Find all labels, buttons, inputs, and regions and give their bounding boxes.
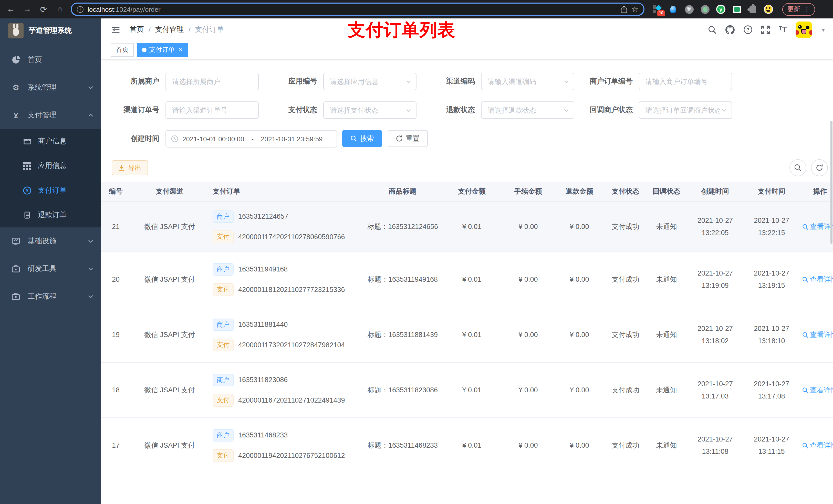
page-scrollbar[interactable] (830, 121, 832, 244)
table-row[interactable]: 17 微信 JSAPI 支付 商户1635311468233 支付4200001… (101, 418, 833, 473)
table-row[interactable]: 18 微信 JSAPI 支付 商户1635311823086 支付4200001… (101, 363, 833, 418)
sidebar-item-refund-order[interactable]: 退款订单 (0, 203, 101, 227)
address-bar[interactable]: i localhost:1024/pay/order ☆ (71, 3, 644, 16)
cell-pay-order: 商户1635311949168 支付4200001181202110277723… (206, 263, 364, 296)
refund-status-select[interactable] (481, 101, 574, 119)
search-icon[interactable] (708, 25, 717, 34)
app-logo[interactable]: 芋道管理系统 (0, 19, 101, 43)
channel-order-no-field[interactable] (165, 101, 259, 119)
user-avatar[interactable] (795, 22, 812, 38)
sidebar-item-app-info[interactable]: 应用信息 (0, 154, 101, 178)
url-text[interactable]: localhost:1024/pay/order (88, 5, 161, 13)
emoji-extension-icon[interactable] (764, 5, 773, 14)
sidebar-item-pay-order[interactable]: ¥ 支付订单 (0, 178, 101, 203)
view-detail-link[interactable]: 查看详情 (802, 275, 833, 284)
merchant-order-no-field[interactable] (639, 73, 732, 90)
fullscreen-icon[interactable] (761, 25, 770, 34)
merchant-input[interactable] (166, 73, 258, 90)
cell-fee: ¥ 0.00 (503, 223, 554, 231)
help-icon[interactable]: ? (743, 25, 753, 34)
refund-status-input[interactable] (481, 102, 574, 118)
breadcrumb-home[interactable]: 首页 (129, 25, 144, 34)
reload-icon[interactable]: ⟳ (38, 4, 49, 15)
view-detail-link[interactable]: 查看详情 (802, 222, 833, 231)
view-detail-link[interactable]: 查看详情 (802, 441, 833, 450)
table-row[interactable]: 20 微信 JSAPI 支付 商户1635311949168 支付4200001… (101, 252, 833, 307)
cell-status: 支付成功 (605, 330, 646, 339)
refresh-button[interactable] (811, 159, 828, 176)
site-info-icon[interactable]: i (77, 6, 84, 13)
cell-fee: ¥ 0.00 (503, 275, 554, 283)
cell-id: 19 (101, 331, 134, 339)
avatar-caret-icon[interactable]: ▼ (821, 27, 826, 32)
sidebar-item-pay[interactable]: ¥ 支付管理 (0, 101, 101, 129)
back-icon[interactable]: ← (5, 4, 16, 15)
sidebar-item-system[interactable]: ⚙ 系统管理 (0, 74, 101, 101)
chat-extension-icon[interactable] (732, 5, 741, 14)
callback-status-select[interactable] (639, 101, 732, 119)
github-icon[interactable] (725, 25, 735, 34)
y-extension-icon[interactable]: y (716, 5, 725, 14)
reset-button[interactable]: 重置 (388, 130, 428, 147)
pay-status-input[interactable] (324, 102, 416, 118)
table-row[interactable]: 商户1635311251726 (101, 473, 833, 504)
channel-order-no-input[interactable] (166, 102, 258, 118)
channel-order-no-label: 渠道订单号 (108, 105, 165, 115)
cell-refund: ¥ 0.00 (554, 441, 605, 449)
export-button[interactable]: 导出 (112, 160, 148, 175)
channel-code-input[interactable] (481, 73, 574, 90)
forward-icon[interactable]: → (22, 4, 33, 15)
merchant-label: 所属商户 (108, 77, 165, 86)
create-time-range-picker[interactable]: 2021-10-01 00:00:00 - 2021-10-31 23:59:5… (165, 130, 337, 147)
sidebar-item-dev-tools[interactable]: 研发工具 (0, 255, 101, 283)
pay-status-select[interactable] (323, 101, 416, 119)
share-icon[interactable] (620, 5, 627, 13)
pay-tag: 支付 (213, 449, 234, 462)
sidebar-item-merchant-info[interactable]: 商户信息 (0, 129, 101, 154)
view-detail-link[interactable]: 查看详情 (802, 385, 833, 394)
breadcrumb-section[interactable]: 支付管理 (155, 25, 184, 34)
merchant-select[interactable] (165, 73, 259, 90)
sidebar-item-workflow[interactable]: 工作流程 (0, 283, 101, 310)
browser-update-button[interactable]: 更新 ⋮ (782, 3, 815, 16)
cell-channel: 微信 JSAPI 支付 (134, 330, 206, 339)
toggle-search-button[interactable] (789, 159, 806, 176)
collapse-sidebar-icon[interactable] (111, 25, 120, 34)
extensions-area: 10 ⌘ y (653, 5, 773, 14)
sidebar-item-infra[interactable]: 基础设施 (0, 227, 101, 255)
cell-created: 2021-10-2713:17:03 (687, 378, 743, 402)
diamond-extension-icon[interactable]: 10 (653, 5, 662, 14)
tag-home[interactable]: 首页 (111, 43, 134, 57)
cell-created: 2021-10-2713:19:09 (687, 267, 743, 292)
table-row[interactable]: 21 微信 JSAPI 支付 商户1635312124657 支付4200001… (101, 202, 833, 252)
filter-row-3: 创建时间 2021-10-01 00:00:00 - 2021-10-31 23… (108, 130, 833, 147)
channel-code-select[interactable] (481, 73, 574, 90)
search-button[interactable]: 搜索 (342, 130, 382, 147)
tag-pay-order[interactable]: 支付订单 ✕ (137, 43, 188, 57)
browser-toolbar: ← → ⟳ ⌂ i localhost:1024/pay/order ☆ 10 … (0, 0, 833, 19)
cell-amount: ¥ 0.01 (441, 441, 503, 449)
merchant-order-no-input[interactable] (639, 73, 732, 90)
font-size-icon[interactable]: TT (779, 25, 787, 34)
table-row[interactable]: 19 微信 JSAPI 支付 商户1635311881440 支付4200001… (101, 307, 833, 363)
bookmark-star-icon[interactable]: ☆ (632, 5, 638, 14)
app-input[interactable] (324, 73, 416, 90)
update-label: 更新 (787, 5, 800, 14)
callback-status-input[interactable] (639, 102, 732, 118)
command-extension-icon[interactable]: ⌘ (685, 5, 694, 14)
home-icon[interactable]: ⌂ (54, 4, 66, 15)
view-detail-link[interactable]: 查看详情 (802, 330, 833, 339)
sidebar-item-home[interactable]: 首页 (0, 46, 101, 74)
gem-extension-icon[interactable] (669, 5, 678, 14)
close-tag-icon[interactable]: ✕ (178, 47, 183, 53)
cell-paid: 2021-10-2713:19:15 (743, 267, 800, 292)
puzzle-extension-icon[interactable] (748, 5, 757, 14)
green-dot-extension-icon[interactable] (700, 5, 710, 14)
cell-channel: 微信 JSAPI 支付 (134, 385, 206, 394)
app-select[interactable] (323, 73, 416, 90)
cell-amount: ¥ 0.01 (441, 223, 503, 231)
browser-menu-icon[interactable]: ⋮ (804, 6, 810, 13)
cell-notify: 未通知 (646, 330, 687, 339)
yen-circle-icon: ¥ (23, 187, 31, 195)
pay-tag: 支付 (213, 231, 234, 243)
